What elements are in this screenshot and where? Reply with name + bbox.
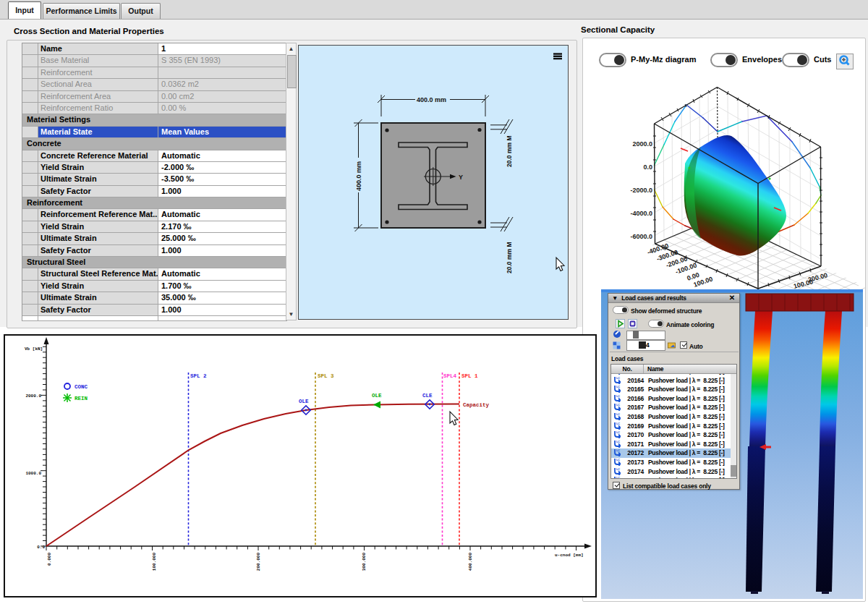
- svg-text:400.0 mm: 400.0 mm: [417, 96, 446, 103]
- svg-text:20.0 mm M: 20.0 mm M: [506, 242, 513, 273]
- svg-text:-6000.0: -6000.0: [630, 233, 652, 240]
- svg-text:400.000: 400.000: [468, 553, 473, 571]
- svg-text:Capacity: Capacity: [463, 402, 490, 408]
- svg-text:-4000.0: -4000.0: [630, 210, 652, 217]
- svg-text:0.0: 0.0: [643, 163, 652, 171]
- svg-text:REIN: REIN: [75, 396, 88, 401]
- svg-text:OLE: OLE: [299, 399, 309, 404]
- svg-text:Y: Y: [459, 174, 463, 181]
- svg-text:LC: LC: [616, 467, 620, 471]
- svg-text:LC: LC: [616, 458, 620, 461]
- svg-text:OLE: OLE: [372, 393, 382, 399]
- svg-text:LC: LC: [616, 430, 620, 434]
- svg-text:100.000: 100.000: [152, 553, 157, 571]
- svg-text:2000.0: 2000.0: [25, 394, 41, 399]
- svg-text:20.0 mm M: 20.0 mm M: [506, 136, 513, 167]
- svg-text:0.000: 0.000: [47, 553, 52, 566]
- svg-text:1000.0: 1000.0: [25, 471, 41, 476]
- svg-text:300.000: 300.000: [362, 553, 367, 571]
- svg-text:SPL 1: SPL 1: [461, 373, 478, 379]
- svg-text:SPL 3: SPL 3: [318, 373, 334, 379]
- svg-text:LC: LC: [616, 385, 620, 388]
- svg-text:LC: LC: [616, 448, 620, 452]
- svg-text:2000.0: 2000.0: [632, 140, 652, 148]
- svg-text:LC: LC: [616, 403, 620, 407]
- svg-text:SPL4: SPL4: [443, 373, 457, 379]
- svg-text:400.0 mm: 400.0 mm: [355, 161, 362, 191]
- svg-text:CLE: CLE: [422, 393, 433, 399]
- svg-text:LC: LC: [616, 422, 620, 425]
- svg-text:0.0: 0.0: [37, 545, 45, 550]
- svg-text:u-cnod [mm]: u-cnod [mm]: [555, 553, 584, 558]
- svg-text:LC: LC: [616, 394, 620, 398]
- svg-text:CONC: CONC: [75, 384, 88, 390]
- svg-text:LC: LC: [616, 440, 620, 443]
- svg-text:-2000.0: -2000.0: [630, 187, 652, 194]
- svg-text:200.000: 200.000: [256, 553, 261, 571]
- svg-text:LC: LC: [616, 412, 620, 416]
- svg-text:SPL 2: SPL 2: [190, 373, 207, 379]
- svg-text:LC: LC: [616, 476, 620, 479]
- svg-text:Vb [kN]: Vb [kN]: [25, 346, 43, 352]
- svg-text:LC: LC: [616, 376, 620, 380]
